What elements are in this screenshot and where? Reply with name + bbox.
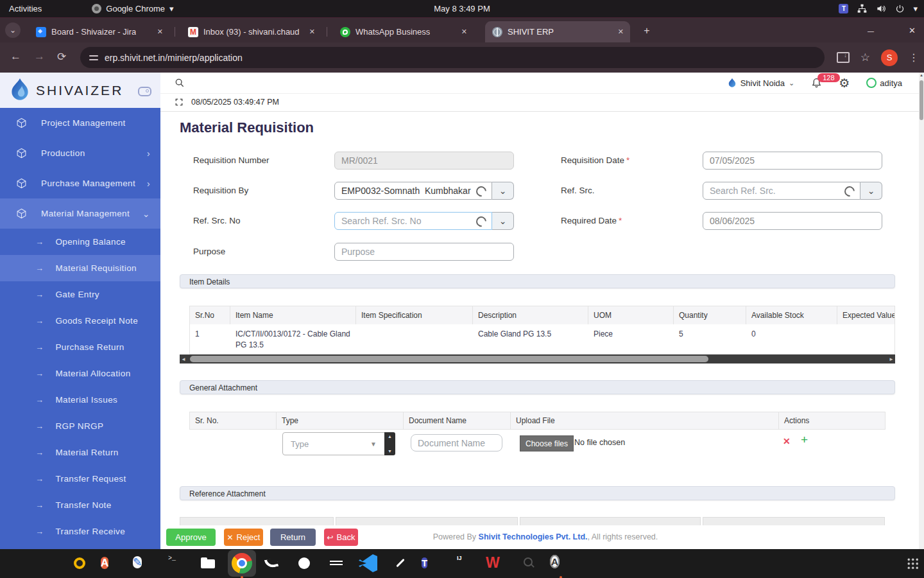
rhythmbox-icon[interactable] [69,552,90,574]
tab-close-icon[interactable] [157,28,163,36]
back-nav-button[interactable] [10,50,21,63]
horizontal-scrollbar[interactable] [180,355,895,363]
dropdown-button[interactable] [860,182,882,200]
terminal-icon[interactable] [165,552,187,574]
tab-shivit-erp-active[interactable]: SHIVIT ERP [485,21,630,42]
scroll-right-arrow[interactable] [887,355,895,363]
approve-button[interactable]: Approve [166,529,216,546]
sidebar-subitem-rgp-nrgp[interactable]: RGP NRGP [0,413,160,439]
search-icon[interactable] [175,78,185,88]
ref-src-no-combo[interactable] [334,212,514,230]
mysql-workbench-icon[interactable] [261,552,283,574]
tab-close-icon[interactable] [309,28,315,36]
sidebar-toggle-icon[interactable] [138,87,151,96]
system-tray[interactable] [839,4,918,13]
tab-whatsapp[interactable]: WhatsApp Business [333,21,474,42]
ref-src-no-input[interactable] [334,212,492,230]
step-down-icon[interactable] [388,449,392,453]
window-minimize-button[interactable] [868,26,874,35]
sidebar-subitem-goods-receipt-note[interactable]: Goods Receipt Note [0,308,160,334]
window-close-button[interactable] [909,26,916,35]
address-bar[interactable]: erp.shivit.net.in/minierp/application [80,47,825,68]
requisition-date-input[interactable] [703,152,882,170]
ref-src-input[interactable] [703,182,860,200]
chevron-right-icon [147,148,150,159]
app-a-icon[interactable] [550,552,572,574]
general-attachment-header-row: Sr. No. Type Document Name Upload File A… [189,412,886,430]
sidebar-subitem-material-issues[interactable]: Material Issues [0,387,160,413]
reject-button[interactable]: Reject [224,529,263,546]
scroll-left-arrow[interactable] [180,355,187,363]
files-icon[interactable] [197,552,219,574]
screenshot-tool-icon[interactable] [518,552,540,574]
dropdown-button[interactable] [492,182,514,200]
intellij-icon[interactable] [454,552,475,574]
tab-close-icon[interactable] [461,28,467,36]
sidebar-item-production[interactable]: Production [0,138,160,168]
remove-row-icon[interactable] [783,436,791,446]
user-menu[interactable]: aditya [866,78,902,88]
chrome-icon[interactable] [231,552,253,574]
ref-src-combo[interactable] [703,182,882,200]
org-selector[interactable]: Shivit Noida [728,78,795,89]
github-icon[interactable] [293,552,315,574]
vscode-icon[interactable] [357,552,379,574]
return-button[interactable]: Return [270,529,316,546]
sidebar-subitem-purchase-return[interactable]: Purchase Return [0,334,160,360]
clock[interactable]: May 8 3:49 PM [0,4,924,13]
add-row-icon[interactable] [801,433,808,447]
document-name-input[interactable] [411,434,502,451]
tab-close-icon[interactable] [618,28,624,36]
teams-icon[interactable] [422,552,443,574]
settings-gear-icon[interactable] [839,76,850,91]
forward-nav-button[interactable] [34,50,45,63]
fullscreen-icon[interactable] [175,98,184,107]
dropdown-button[interactable] [492,212,514,230]
sidebar-item-purchase-management[interactable]: Purchase Management [0,168,160,198]
vertical-scrollbar[interactable] [919,73,924,549]
sidebar-subitem-opening-balance[interactable]: Opening Balance [0,229,160,255]
firefox-icon[interactable] [4,552,26,574]
purpose-input[interactable] [334,243,514,261]
required-date-input[interactable] [703,212,882,230]
sidebar-subitem-transfer-receive[interactable]: Transfer Receive [0,518,160,545]
sidebar-subitem-material-requisition[interactable]: Material Requisition [0,255,164,281]
scrollbar-thumb[interactable] [190,356,708,362]
shivaizer-flame-logo [9,78,31,103]
new-tab-button[interactable] [640,24,654,38]
type-select-stepper[interactable] [384,432,395,455]
tab-jira[interactable]: Board - Shivaizer - Jira [29,21,169,42]
browser-menu-icon[interactable] [909,51,919,64]
sidebar-subitem-gate-entry[interactable]: Gate Entry [0,281,160,308]
scroll-up-arrow[interactable] [919,73,924,77]
site-settings-icon[interactable] [89,54,98,62]
sidebar-subitem-material-allocation[interactable]: Material Allocation [0,360,160,387]
reload-button[interactable] [57,50,66,64]
sidebar-subitem-transfer-note[interactable]: Transfer Note [0,492,160,518]
postman-icon[interactable] [389,552,411,574]
sidebar-subitem-material-return[interactable]: Material Return [0,439,160,466]
ubuntu-software-icon[interactable] [101,552,123,574]
install-app-icon[interactable] [837,52,850,63]
tab-search-button[interactable] [5,22,21,38]
back-button[interactable]: Back [324,529,358,546]
step-up-icon[interactable] [388,434,392,439]
browser-profile-avatar[interactable]: S [881,49,898,66]
sidebar-subitem-transfer-request[interactable]: Transfer Request [0,466,160,492]
attachment-type-select[interactable]: Type [282,432,385,455]
scrollbar-thumb[interactable] [920,80,923,120]
notifications-button[interactable]: 128 [811,77,822,89]
sidebar-item-project-management[interactable]: Project Management [0,108,160,138]
requisition-by-combo[interactable] [334,182,514,200]
requisition-by-input[interactable] [334,182,492,200]
show-apps-grid-icon[interactable] [902,552,923,574]
bookmark-star-icon[interactable] [860,51,870,64]
choose-files-button[interactable]: Choose files [520,435,574,451]
tab-gmail[interactable]: Inbox (93) - shivani.chaud [181,21,321,42]
text-editor-icon[interactable] [133,552,155,574]
thunderbird-icon[interactable] [37,552,58,574]
sidebar-item-material-management[interactable]: Material Management [0,198,160,229]
eclipse-icon[interactable] [325,552,347,574]
wps-office-icon[interactable] [486,552,508,574]
shivit-link[interactable]: Shivit Technologies Pvt. Ltd. [479,532,588,541]
